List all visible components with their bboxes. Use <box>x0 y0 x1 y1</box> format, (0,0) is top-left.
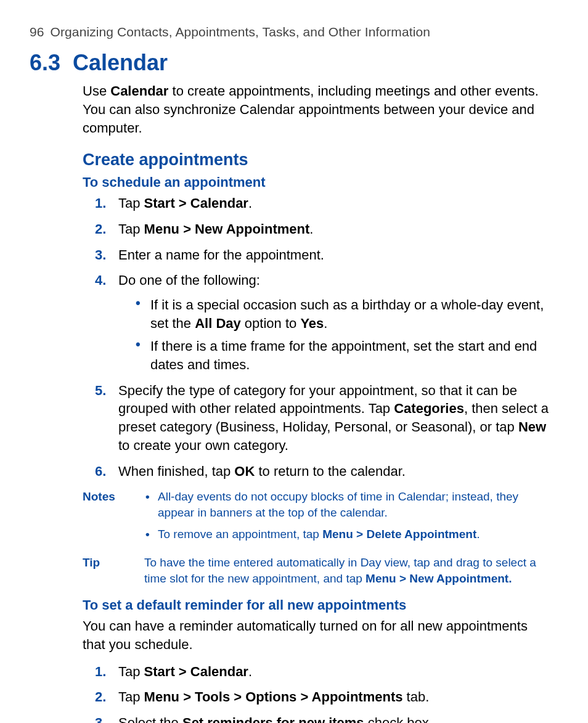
step-number: 5. <box>95 382 106 400</box>
notes-block: Notes • All-day events do not occupy blo… <box>83 489 553 549</box>
page: 96Organizing Contacts, Appointments, Tas… <box>0 0 588 723</box>
intro-paragraph: Use Calendar to create appointments, inc… <box>83 82 553 137</box>
note-item: • To remove an appointment, tap Menu > D… <box>144 526 553 542</box>
bullet-icon: • <box>145 489 150 505</box>
sub-item: • If it is a special occasion such as a … <box>118 296 553 332</box>
step-1: 1. Tap Start > Calendar. <box>83 194 553 213</box>
sub-list: • If it is a special occasion such as a … <box>118 296 553 374</box>
body: Use Calendar to create appointments, inc… <box>83 82 553 723</box>
step-6: 6. When finished, tap OK to return to th… <box>83 462 553 481</box>
step-number: 1. <box>95 194 106 213</box>
step2-1: 1. Tap Start > Calendar. <box>83 663 553 681</box>
notes-content: • All-day events do not occupy blocks of… <box>144 489 553 549</box>
page-number: 96 <box>30 25 44 39</box>
bullet-icon: • <box>136 337 141 352</box>
step-number: 3. <box>95 714 106 723</box>
step-number: 2. <box>95 220 106 239</box>
step-number: 6. <box>95 462 106 481</box>
steps-list: 1. Tap Start > Calendar. 2. Tap Menu > N… <box>83 194 553 480</box>
section-title: 6.3 Calendar <box>30 49 553 76</box>
step-number: 3. <box>95 246 106 264</box>
step-2: 2. Tap Menu > New Appointment. <box>83 220 553 239</box>
bullet-icon: • <box>145 526 150 542</box>
running-header: 96Organizing Contacts, Appointments, Tas… <box>30 25 553 39</box>
steps2-list: 1. Tap Start > Calendar. 2. Tap Menu > T… <box>83 663 553 723</box>
step-number: 1. <box>95 663 106 681</box>
tip-content: To have the time entered automatically i… <box>144 555 553 586</box>
notes-list: • All-day events do not occupy blocks of… <box>144 489 553 542</box>
subsection-create-appointments: Create appointments <box>83 150 553 170</box>
tip-label: Tip <box>83 555 144 586</box>
step-3: 3. Enter a name for the appointment. <box>83 246 553 264</box>
step2-2: 2. Tap Menu > Tools > Options > Appointm… <box>83 688 553 706</box>
note-item: • All-day events do not occupy blocks of… <box>144 489 553 520</box>
task-default-reminder: To set a default reminder for all new ap… <box>83 597 553 613</box>
task2-intro: You can have a reminder automatically tu… <box>83 617 553 653</box>
sub-item: • If there is a time frame for the appoi… <box>118 337 553 374</box>
task-schedule-appointment: To schedule an appointment <box>83 174 553 190</box>
notes-label: Notes <box>83 489 144 549</box>
step-4: 4. Do one of the following: • If it is a… <box>83 271 553 374</box>
bullet-icon: • <box>136 296 141 311</box>
tip-block: Tip To have the time entered automatical… <box>83 555 553 586</box>
step-number: 4. <box>95 271 106 290</box>
step-5: 5. Specify the type of category for your… <box>83 382 553 455</box>
step2-3: 3. Select the Set reminders for new item… <box>83 714 553 723</box>
step-number: 2. <box>95 688 106 706</box>
chapter-title: Organizing Contacts, Appointments, Tasks… <box>51 25 430 39</box>
section-number: 6.3 <box>30 50 60 75</box>
section-name: Calendar <box>73 50 168 75</box>
